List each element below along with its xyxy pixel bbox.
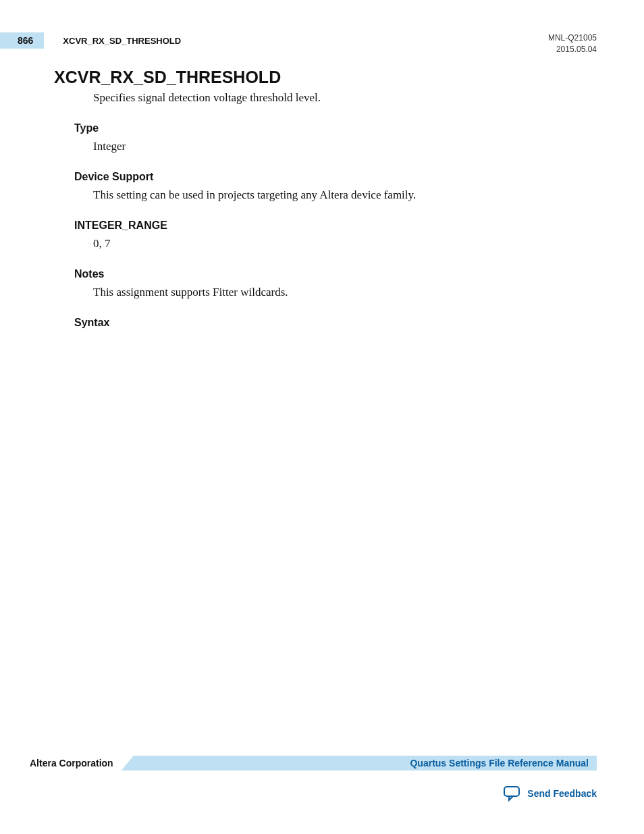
document-page: 866 XCVR_RX_SD_THRESHOLD MNL-Q21005 2015… xyxy=(0,0,644,834)
page-footer: Altera Corporation Quartus Settings File… xyxy=(30,756,597,802)
document-id: MNL-Q21005 xyxy=(548,32,597,44)
document-date: 2015.05.04 xyxy=(548,44,597,55)
running-title: XCVR_RX_SD_THRESHOLD xyxy=(63,36,181,46)
main-content: XCVR_RX_SD_THRESHOLD Specifies signal de… xyxy=(30,68,597,329)
page-number-tab: 866 xyxy=(0,32,44,49)
syntax-heading: Syntax xyxy=(74,317,597,329)
device-support-heading: Device Support xyxy=(74,171,597,183)
integer-range-body: 0, 7 xyxy=(93,237,597,251)
company-name: Altera Corporation xyxy=(30,758,122,768)
header-right: MNL-Q21005 2015.05.04 xyxy=(548,32,597,55)
notes-heading: Notes xyxy=(74,268,597,280)
description-text: Specifies signal detection voltage thres… xyxy=(93,91,597,105)
device-support-body: This setting can be used in projects tar… xyxy=(93,188,597,202)
footer-ribbon: Quartus Settings File Reference Manual xyxy=(122,756,597,771)
page-title: XCVR_RX_SD_THRESHOLD xyxy=(54,68,597,87)
speech-bubble-icon[interactable] xyxy=(503,785,520,802)
type-heading: Type xyxy=(74,122,597,134)
integer-range-heading: INTEGER_RANGE xyxy=(74,219,597,232)
notes-body: This assignment supports Fitter wildcard… xyxy=(93,286,597,299)
feedback-row: Send Feedback xyxy=(30,785,597,802)
type-body: Integer xyxy=(93,140,597,153)
send-feedback-link[interactable]: Send Feedback xyxy=(527,788,597,799)
footer-bar: Altera Corporation Quartus Settings File… xyxy=(30,756,597,771)
manual-link[interactable]: Quartus Settings File Reference Manual xyxy=(410,758,589,768)
header-left: 866 XCVR_RX_SD_THRESHOLD xyxy=(30,32,181,49)
svg-rect-0 xyxy=(504,787,519,796)
page-header: 866 XCVR_RX_SD_THRESHOLD MNL-Q21005 2015… xyxy=(30,32,597,55)
